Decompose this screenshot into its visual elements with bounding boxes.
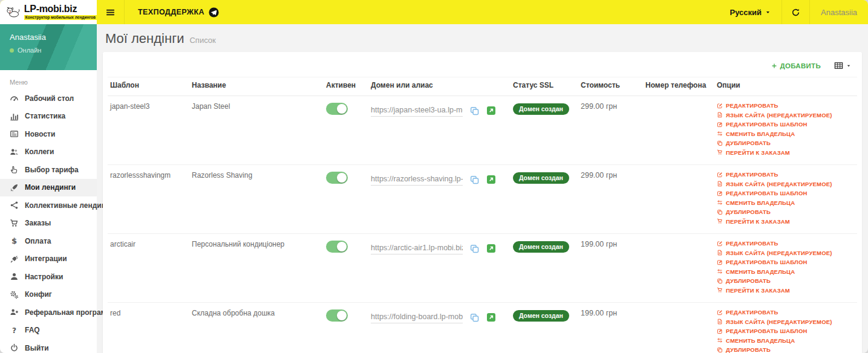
option-edit-link[interactable]: РЕДАКТИРОВАТЬ (717, 102, 855, 109)
option-change-owner-link[interactable]: СМЕНИТЬ ВЛАДЕЛЬЦА (717, 199, 855, 206)
option-change-owner-link[interactable]: СМЕНИТЬ ВЛАДЕЛЬЦА (717, 268, 855, 275)
duplicate-icon (717, 209, 723, 215)
orders-icon (10, 219, 19, 228)
copy-domain-icon[interactable] (469, 313, 480, 323)
active-toggle[interactable] (326, 309, 348, 322)
plus-icon (771, 63, 777, 69)
domain-input[interactable] (371, 173, 463, 186)
settings-icon (10, 272, 19, 281)
active-toggle[interactable] (326, 103, 348, 115)
option-orders-link[interactable]: ПЕРЕЙТИ К ЗАКАЗАМ (717, 218, 855, 225)
sidebar-item-3[interactable]: Коллеги (0, 143, 97, 161)
sidebar-toggle-button[interactable] (97, 0, 125, 24)
copy-domain-icon[interactable] (469, 106, 480, 116)
column-header-ssl: Статус SSL (511, 77, 578, 96)
brand-name: LP-mobi.biz (24, 4, 97, 14)
change-owner-icon (717, 199, 723, 206)
sidebar-item-2[interactable]: Новости (0, 125, 97, 143)
edit-template-icon (717, 328, 723, 334)
topbar: LP-mobi.biz Конструктор мобильных лендин… (0, 0, 868, 24)
sidebar-item-9[interactable]: Интеграции (0, 250, 97, 268)
option-orders-link[interactable]: ПЕРЕЙТИ К ЗАКАЗАМ (717, 287, 855, 294)
edit-icon (717, 172, 723, 178)
option-change-owner-link[interactable]: СМЕНИТЬ ВЛАДЕЛЬЦА (717, 131, 855, 137)
sidebar-item-7[interactable]: Заказы (0, 215, 97, 233)
option-edit-template-link[interactable]: РЕДАКТИРОВАТЬ ШАБЛОН (717, 328, 855, 334)
language-dropdown[interactable]: Русский (719, 0, 782, 24)
option-label: ПЕРЕЙТИ К ЗАКАЗАМ (726, 218, 790, 225)
language-label: Русский (729, 8, 762, 17)
option-edit-template-link[interactable]: РЕДАКТИРОВАТЬ ШАБЛОН (717, 121, 855, 128)
logout-icon (10, 343, 19, 352)
sidebar-item-1[interactable]: Статистика (0, 108, 97, 126)
support-button[interactable]: ТЕХПОДДЕРЖКА (138, 0, 219, 24)
open-site-icon[interactable] (486, 106, 496, 115)
option-language-link[interactable]: ЯЗЫК САЙТА (НЕРЕДАКТИРУЕМОЕ) (717, 112, 855, 118)
open-site-icon[interactable] (486, 313, 496, 322)
option-edit-link[interactable]: РЕДАКТИРОВАТЬ (717, 240, 855, 247)
domain-input[interactable] (371, 242, 463, 254)
add-landing-button[interactable]: ДОБАВИТЬ (771, 62, 821, 70)
option-duplicate-link[interactable]: ДУБЛИРОВАТЬ (717, 277, 855, 284)
table-view-dropdown[interactable] (834, 61, 851, 70)
copy-domain-icon[interactable] (469, 175, 480, 185)
edit-icon (717, 103, 723, 109)
sidebar-item-4[interactable]: Выбор тарифа (0, 161, 97, 179)
option-label: РЕДАКТИРОВАТЬ (726, 171, 778, 178)
open-site-icon[interactable] (486, 175, 496, 184)
sidebar-item-13[interactable]: FAQ (0, 322, 97, 340)
active-toggle[interactable] (326, 241, 348, 253)
option-edit-link[interactable]: РЕДАКТИРОВАТЬ (717, 309, 855, 316)
sidebar-item-5[interactable]: Мои лендинги (0, 179, 97, 197)
sidebar-item-8[interactable]: Оплата (0, 232, 97, 250)
ssl-status-badge: Домен создан (513, 103, 569, 115)
option-label: ДУБЛИРОВАТЬ (726, 140, 771, 146)
option-label: СМЕНИТЬ ВЛАДЕЛЬЦА (726, 199, 795, 206)
online-status-dot (10, 48, 14, 53)
stats-icon (10, 112, 19, 121)
option-edit-link[interactable]: РЕДАКТИРОВАТЬ (717, 171, 855, 178)
domain-input[interactable] (371, 105, 463, 117)
active-toggle[interactable] (326, 172, 348, 184)
option-orders-link[interactable]: ПЕРЕЙТИ К ЗАКАЗАМ (717, 149, 855, 156)
duplicate-icon (717, 140, 723, 146)
menu-item-label: Оплата (25, 237, 51, 245)
option-duplicate-link[interactable]: ДУБЛИРОВАТЬ (717, 140, 855, 146)
duplicate-icon (717, 278, 723, 284)
refresh-button[interactable] (782, 0, 809, 24)
option-edit-template-link[interactable]: РЕДАКТИРОВАТЬ ШАБЛОН (717, 259, 855, 265)
column-header-domain: Домен или алиас (368, 77, 511, 96)
copy-domain-icon[interactable] (469, 244, 480, 254)
collective-icon (10, 201, 19, 210)
sidebar-item-6[interactable]: Коллективные лендинги (0, 196, 97, 215)
sidebar-item-12[interactable]: Реферальная программа (0, 303, 97, 322)
username-button[interactable]: Anastasiia (809, 0, 868, 24)
open-site-icon[interactable] (486, 244, 496, 253)
option-label: РЕДАКТИРОВАТЬ ШАБЛОН (726, 328, 808, 334)
news-icon (10, 129, 19, 138)
option-label: ЯЗЫК САЙТА (НЕРЕДАКТИРУЕМОЕ) (726, 250, 832, 256)
refresh-icon (791, 8, 800, 17)
option-language-link[interactable]: ЯЗЫК САЙТА (НЕРЕДАКТИРУЕМОЕ) (717, 250, 855, 256)
sidebar-item-0[interactable]: Рабочий стол (0, 89, 97, 108)
sidebar-item-14[interactable]: Выйти (0, 339, 97, 353)
menu-item-label: Интеграции (25, 254, 67, 263)
option-label: ЯЗЫК САЙТА (НЕРЕДАКТИРУЕМОЕ) (726, 319, 832, 325)
option-language-link[interactable]: ЯЗЫК САЙТА (НЕРЕДАКТИРУЕМОЕ) (717, 181, 855, 187)
menu-item-label: Выбор тарифа (25, 166, 79, 174)
column-header-active: Активен (324, 77, 368, 96)
sidebar-item-10[interactable]: Настройки (0, 268, 97, 286)
sidebar-item-11[interactable]: Конфиг (0, 286, 97, 304)
option-duplicate-link[interactable]: ДУБЛИРОВАТЬ (717, 209, 855, 215)
domain-input[interactable] (371, 311, 463, 323)
brand-logo[interactable]: LP-mobi.biz Конструктор мобильных лендин… (0, 0, 97, 24)
option-change-owner-link[interactable]: СМЕНИТЬ ВЛАДЕЛЬЦА (717, 337, 855, 344)
dashboard-icon (10, 94, 19, 103)
edit-template-icon (717, 121, 723, 128)
option-edit-template-link[interactable]: РЕДАКТИРОВАТЬ ШАБЛОН (717, 190, 855, 196)
menu-item-label: Конфиг (25, 290, 52, 299)
option-language-link[interactable]: ЯЗЫК САЙТА (НЕРЕДАКТИРУЕМОЕ) (717, 319, 855, 325)
option-duplicate-link[interactable]: ДУБЛИРОВАТЬ (717, 346, 855, 353)
column-header-name: Название (189, 77, 324, 96)
landings-icon (10, 183, 19, 192)
